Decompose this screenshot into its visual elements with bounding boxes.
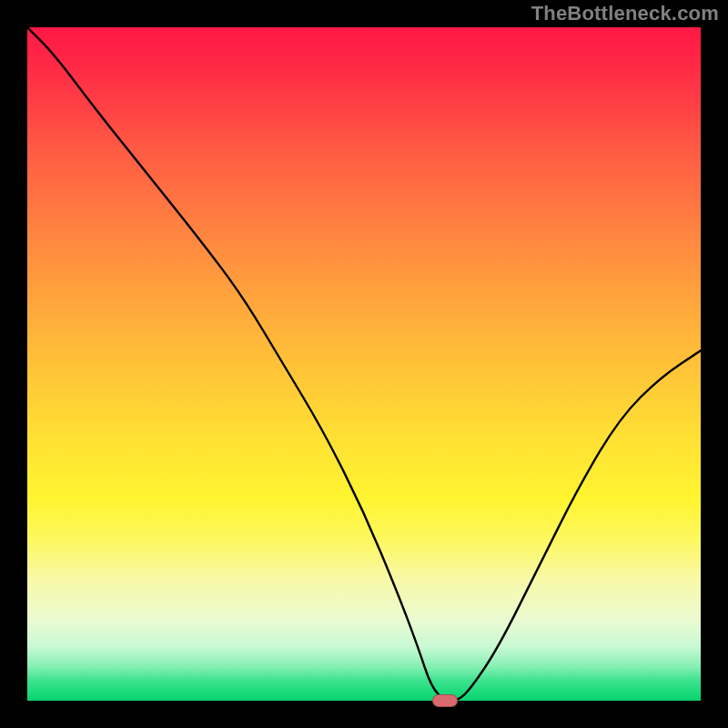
bottleneck-curve-path [27, 27, 701, 701]
bottleneck-curve-svg [27, 27, 701, 701]
optimal-point-marker [432, 694, 458, 707]
plot-area [27, 27, 701, 701]
watermark-text: TheBottleneck.com [531, 2, 719, 25]
chart-frame: TheBottleneck.com [0, 0, 728, 728]
